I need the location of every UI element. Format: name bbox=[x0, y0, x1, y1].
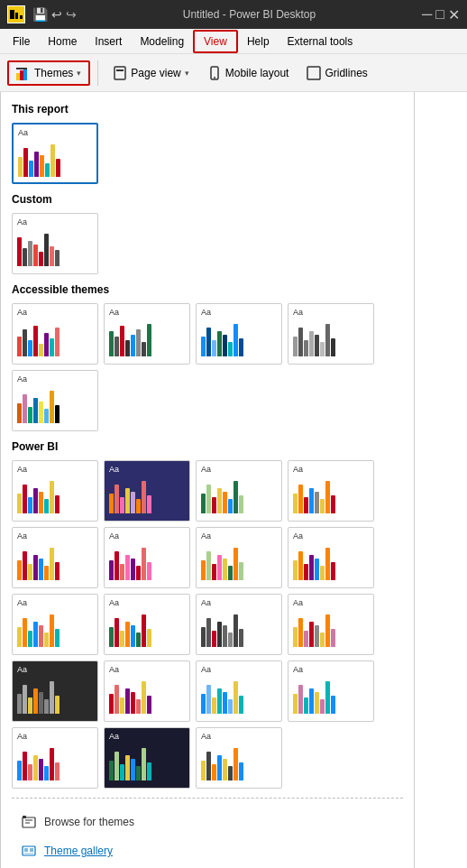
theme-card-accessible-5[interactable]: Aa bbox=[12, 370, 98, 431]
app-icon bbox=[7, 5, 25, 23]
theme-card-accessible-3[interactable]: Aa bbox=[196, 303, 282, 365]
accessible-themes-grid: Aa Aa bbox=[12, 303, 403, 431]
theme-gallery-item[interactable]: Theme gallery bbox=[12, 836, 403, 865]
menu-external-tools[interactable]: External tools bbox=[279, 32, 362, 51]
this-report-grid: Aa bbox=[12, 123, 403, 184]
themes-label: Themes bbox=[34, 67, 73, 79]
themes-panel: This report Aa Custom Aa bbox=[0, 92, 415, 868]
svg-rect-18 bbox=[24, 853, 33, 854]
menu-insert[interactable]: Insert bbox=[86, 32, 131, 51]
theme-gallery-label: Theme gallery bbox=[44, 845, 113, 857]
ribbon-sep-1 bbox=[97, 60, 98, 86]
theme-card-custom[interactable]: Aa bbox=[12, 213, 98, 274]
theme-card-pbi-12[interactable]: Aa bbox=[288, 594, 374, 655]
theme-card-pbi-10[interactable]: Aa bbox=[104, 594, 190, 655]
power-bi-grid: Aa Aa bbox=[12, 460, 403, 789]
mobile-layout-icon bbox=[207, 66, 222, 80]
page-view-icon bbox=[113, 66, 127, 80]
page-view-button[interactable]: Page view ▾ bbox=[105, 62, 196, 84]
svg-rect-1 bbox=[10, 10, 14, 19]
svg-rect-8 bbox=[114, 67, 125, 79]
gridlines-icon bbox=[307, 66, 321, 80]
svg-rect-4 bbox=[16, 73, 20, 80]
svg-rect-9 bbox=[116, 69, 124, 71]
menu-bar: File Home Insert Modeling View Help Exte… bbox=[0, 29, 467, 54]
theme-card-pbi-2[interactable]: Aa bbox=[104, 460, 190, 522]
save-button[interactable]: 💾 bbox=[32, 7, 48, 22]
gridlines-button[interactable]: Gridlines bbox=[299, 62, 374, 84]
theme-card-pbi-16[interactable]: Aa bbox=[288, 660, 374, 722]
theme-card-accessible-2[interactable]: Aa bbox=[104, 303, 190, 365]
theme-card-pbi-18[interactable]: Aa bbox=[104, 727, 190, 789]
browse-themes-label: Browse for themes bbox=[44, 816, 134, 828]
panel-divider bbox=[12, 798, 403, 799]
theme-card-pbi-11[interactable]: Aa bbox=[196, 594, 282, 655]
browse-themes-item[interactable]: Browse for themes bbox=[12, 808, 403, 836]
theme-card-pbi-13[interactable]: Aa bbox=[12, 660, 98, 722]
theme-card-accessible-1[interactable]: Aa bbox=[12, 303, 98, 365]
theme-card-pbi-17[interactable]: Aa bbox=[12, 727, 98, 789]
theme-card-pbi-15[interactable]: Aa bbox=[196, 660, 282, 722]
themes-button[interactable]: Themes ▾ bbox=[7, 60, 90, 86]
svg-rect-3 bbox=[20, 15, 23, 19]
svg-rect-12 bbox=[307, 67, 320, 79]
undo-button[interactable]: ↩ bbox=[51, 7, 62, 22]
themes-icon bbox=[16, 66, 31, 80]
svg-rect-16 bbox=[24, 848, 28, 852]
menu-home[interactable]: Home bbox=[39, 32, 86, 51]
custom-grid: Aa bbox=[12, 213, 403, 274]
svg-rect-7 bbox=[16, 68, 27, 69]
power-bi-section-title: Power BI bbox=[12, 440, 403, 453]
themes-chevron: ▾ bbox=[77, 69, 81, 78]
menu-file[interactable]: File bbox=[4, 32, 39, 51]
ribbon: Themes ▾ Page view ▾ Mobile layout Gridl… bbox=[0, 54, 467, 92]
svg-rect-14 bbox=[23, 816, 26, 818]
theme-card-pbi-6[interactable]: Aa bbox=[104, 527, 190, 588]
custom-section-title: Custom bbox=[12, 193, 403, 206]
theme-card-pbi-1[interactable]: Aa bbox=[12, 460, 98, 522]
theme-card-pbi-5[interactable]: Aa bbox=[12, 527, 98, 588]
redo-button[interactable]: ↪ bbox=[66, 7, 77, 22]
svg-rect-2 bbox=[15, 13, 18, 19]
this-report-section-title: This report bbox=[12, 103, 403, 115]
menu-view[interactable]: View bbox=[193, 30, 238, 53]
theme-card-pbi-14[interactable]: Aa bbox=[104, 660, 190, 722]
undo-redo-group: 💾 ↩ ↪ bbox=[32, 7, 77, 22]
svg-rect-17 bbox=[30, 848, 33, 852]
svg-point-11 bbox=[214, 77, 215, 78]
theme-card-accessible-4[interactable]: Aa bbox=[288, 303, 374, 365]
theme-card-pbi-9[interactable]: Aa bbox=[12, 594, 98, 655]
menu-help[interactable]: Help bbox=[238, 32, 279, 51]
theme-gallery-icon bbox=[21, 843, 37, 859]
mobile-layout-button[interactable]: Mobile layout bbox=[200, 62, 297, 84]
theme-card-pbi-3[interactable]: Aa bbox=[196, 460, 282, 522]
theme-card-pbi-8[interactable]: Aa bbox=[288, 527, 374, 588]
bottom-menu: Browse for themes Theme gallery Custom bbox=[12, 804, 403, 868]
theme-card-pbi-19[interactable]: Aa bbox=[196, 727, 282, 789]
title-bar: 💾 ↩ ↪ Untitled - Power BI Desktop ─ □ ✕ bbox=[0, 0, 467, 29]
browse-themes-icon bbox=[21, 814, 37, 830]
theme-card-pbi-7[interactable]: Aa bbox=[196, 527, 282, 588]
svg-rect-5 bbox=[20, 70, 23, 80]
window-title: Untitled - Power BI Desktop bbox=[183, 8, 316, 21]
menu-modeling[interactable]: Modeling bbox=[131, 32, 193, 51]
accessible-themes-section-title: Accessible themes bbox=[12, 283, 403, 296]
theme-card-pbi-4[interactable]: Aa bbox=[288, 460, 374, 522]
svg-rect-6 bbox=[23, 69, 27, 80]
theme-card-this-report[interactable]: Aa bbox=[12, 123, 98, 184]
window-controls: ─ □ ✕ bbox=[422, 6, 460, 23]
page-view-chevron: ▾ bbox=[185, 69, 189, 78]
